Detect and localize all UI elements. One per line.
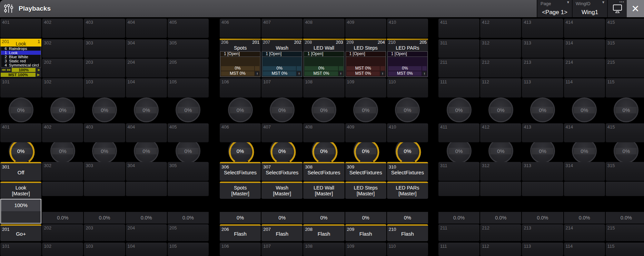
executor-cell-312[interactable]: 312: [480, 162, 521, 181]
executor-cell-414[interactable]: 414: [564, 19, 605, 38]
executor-cell-414[interactable]: 414: [564, 123, 605, 142]
cue-list-item[interactable]: 2Blue White: [1, 55, 41, 59]
scroll-up-button[interactable]: ↑: [422, 71, 427, 76]
executor-cell-406[interactable]: 406: [220, 19, 261, 38]
executor-cell-308[interactable]: 308SelectFixtures: [303, 162, 344, 181]
executor-cell-412[interactable]: 412: [480, 123, 521, 142]
fader-track[interactable]: [303, 199, 344, 212]
level-display[interactable]: 0%: [263, 66, 296, 71]
playback-widget-led-steps[interactable]: 209204LED Steps1 [Open]MST 0%MST 0%↑: [345, 39, 386, 77]
executor-cell-309[interactable]: 309SelectFixtures: [345, 162, 386, 181]
executor-cell-310[interactable]: 310SelectFixtures: [387, 162, 428, 181]
executor-cell-405[interactable]: 405: [168, 123, 209, 142]
executor-cell-212[interactable]: 212: [480, 59, 521, 78]
executor-cell-306[interactable]: 306SelectFixtures: [220, 162, 261, 181]
executor-cell-105[interactable]: 105: [168, 78, 209, 98]
executor-cell-107[interactable]: 107: [261, 78, 303, 98]
executor-cell-303[interactable]: 303: [84, 162, 125, 181]
fader-track[interactable]: [564, 196, 605, 212]
executor-cell-211[interactable]: 211: [438, 59, 479, 78]
playback-widget-led-wall[interactable]: 208203LED Wall1 [Open]0%MST 0%↑: [303, 39, 344, 77]
stop-button[interactable]: ■: [36, 68, 41, 72]
executor-cell-403[interactable]: 403: [84, 123, 125, 142]
encoder-knob-1-9[interactable]: 0%: [353, 98, 378, 122]
executor-cell-407[interactable]: 407: [261, 123, 303, 142]
executor-cell-109[interactable]: 109: [345, 78, 386, 98]
executor-cell-307[interactable]: 307SelectFixtures: [261, 162, 303, 181]
master-level-display[interactable]: MST 0%: [388, 71, 422, 76]
executor-cell-212[interactable]: 212: [480, 224, 521, 241]
executor-cell-215[interactable]: 215: [606, 59, 644, 78]
executor-cell-404[interactable]: 404: [126, 123, 167, 142]
executor-cell-402[interactable]: 402: [42, 19, 83, 38]
encoder-knob-1-12[interactable]: 0%: [488, 98, 513, 122]
executor-cell-303[interactable]: 303: [84, 39, 125, 58]
executor-cell-314[interactable]: 314: [564, 162, 605, 181]
executor-cell-409[interactable]: 409: [345, 19, 386, 38]
executor-cell-202[interactable]: 202: [42, 59, 83, 78]
executor-cell-301[interactable]: 301Off: [0, 162, 41, 181]
executor-cell-315[interactable]: 315: [606, 162, 644, 181]
executor-cell-410[interactable]: 410: [387, 19, 428, 38]
executor-cell-311[interactable]: 311: [438, 162, 479, 181]
playback-widget-spots[interactable]: 206201Spots1 [Open]0%MST 0%↑: [220, 39, 261, 77]
fader-track[interactable]: [126, 196, 167, 212]
executor-cell-114[interactable]: 114: [564, 78, 605, 98]
executor-cell-202[interactable]: 202: [42, 224, 83, 241]
executor-cell-110[interactable]: 110: [387, 243, 428, 256]
executor-cell-205[interactable]: 205: [168, 59, 209, 78]
executor-cell-105[interactable]: 105: [168, 243, 209, 256]
executor-cell-112[interactable]: 112: [480, 243, 521, 256]
executor-cell-314[interactable]: 314: [564, 39, 605, 58]
executor-cell-107[interactable]: 107: [261, 243, 303, 256]
master-label-led-steps[interactable]: LED Steps[Master]: [345, 182, 386, 199]
level-display[interactable]: 0%: [388, 66, 422, 71]
executor-cell-413[interactable]: 413: [522, 19, 563, 38]
executor-cell-305[interactable]: 305: [168, 39, 209, 58]
encoder-knob-1-6[interactable]: 0%: [228, 98, 253, 122]
play-button[interactable]: ▶: [36, 73, 41, 77]
executor-cell-111[interactable]: 111: [438, 78, 479, 98]
master-label-led-wall[interactable]: LED Wall[Master]: [303, 182, 344, 199]
encoder-knob-1-10[interactable]: 0%: [395, 98, 420, 122]
master-level-display[interactable]: MST 0%: [221, 71, 254, 76]
fader-track[interactable]: [84, 196, 125, 212]
fader-track[interactable]: [387, 199, 428, 212]
executor-cell-313[interactable]: 313: [522, 162, 563, 181]
executor-cell-305[interactable]: 305: [168, 162, 209, 181]
scroll-up-button[interactable]: ↑: [255, 71, 259, 76]
executor-cell-411[interactable]: 411: [438, 123, 479, 142]
executor-cell-213[interactable]: 213: [522, 59, 563, 78]
encoder-knob-1-13[interactable]: 0%: [530, 98, 555, 122]
executor-cell-115[interactable]: 115: [606, 78, 644, 98]
master-label-spots[interactable]: Spots[Master]: [220, 182, 261, 199]
executor-cell-108[interactable]: 108: [303, 78, 344, 98]
master-fader[interactable]: 100%: [0, 199, 41, 224]
executor-cell-208[interactable]: 208Flash: [303, 224, 344, 241]
executor-cell-304[interactable]: 304: [126, 39, 167, 58]
executor-cell-203[interactable]: 203: [84, 224, 125, 241]
fader-track[interactable]: [261, 199, 303, 212]
encoder-knob-1-4[interactable]: 0%: [134, 98, 159, 122]
executor-cell-304[interactable]: 304: [126, 162, 167, 181]
fast-forward-button[interactable]: ▶▶: [6, 68, 11, 72]
level-display[interactable]: 0%: [305, 66, 338, 71]
executor-cell-302[interactable]: 302: [42, 162, 83, 181]
fader-track[interactable]: [606, 196, 644, 212]
executor-cell-205[interactable]: 205: [168, 224, 209, 241]
encoder-knob-1-7[interactable]: 0%: [270, 98, 295, 122]
executor-cell-312[interactable]: 312: [480, 39, 521, 58]
executor-cell-412[interactable]: 412: [480, 19, 521, 38]
executor-cell-311[interactable]: 311: [438, 39, 479, 58]
executor-cell-401[interactable]: 401: [0, 19, 41, 38]
executor-cell-102[interactable]: 102: [42, 243, 83, 256]
executor-cell-209[interactable]: 209Flash: [345, 224, 386, 241]
executor-cell-108[interactable]: 108: [303, 243, 344, 256]
executor-cell-408[interactable]: 408: [303, 123, 344, 142]
executor-cell-415[interactable]: 415: [606, 19, 644, 38]
encoder-knob-1-8[interactable]: 0%: [311, 98, 336, 122]
executor-cell-415[interactable]: 415: [606, 123, 644, 142]
level-display[interactable]: 100%: [12, 68, 36, 72]
scroll-up-button[interactable]: ↑: [380, 71, 385, 76]
fader-track[interactable]: [168, 196, 209, 212]
